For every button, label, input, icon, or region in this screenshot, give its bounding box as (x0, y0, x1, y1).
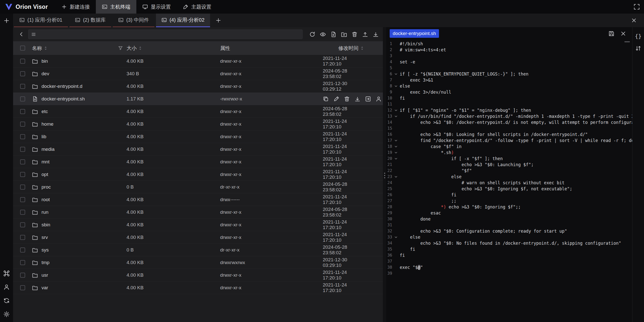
file-row[interactable]: root4.00 KBdrwx------2021-11-24 17:20:10 (13, 193, 383, 206)
file-name[interactable]: srv (42, 235, 48, 240)
file-name[interactable]: tmp (42, 260, 50, 265)
nav-item-2[interactable]: 主机终端 (96, 0, 136, 14)
settings-button[interactable] (3, 311, 10, 317)
file-name[interactable]: opt (42, 172, 48, 177)
file-name[interactable]: sys (42, 247, 49, 253)
file-name[interactable]: lib (42, 134, 46, 139)
file-name[interactable]: proc (42, 184, 51, 190)
select-all-checkbox[interactable] (20, 46, 25, 51)
row-checkbox[interactable] (20, 285, 25, 290)
command-button[interactable] (3, 270, 10, 277)
nav-item-4[interactable]: 主题设置 (177, 0, 217, 14)
panel-splitter[interactable] (383, 27, 386, 322)
row-checkbox[interactable] (20, 134, 25, 139)
new-tab-button[interactable] (211, 14, 226, 27)
fold-icon[interactable] (392, 137, 400, 144)
fold-icon[interactable] (392, 107, 400, 113)
sync-button[interactable] (3, 297, 10, 304)
fold-icon[interactable] (392, 144, 400, 150)
column-header-name[interactable]: 名称 (32, 45, 42, 52)
sort-icon[interactable] (361, 46, 364, 50)
file-name[interactable]: etc (42, 109, 48, 114)
file-row[interactable]: sbin4.00 KBdrwxr-xr-x2021-11-24 17:20:10 (13, 219, 383, 231)
row-checkbox[interactable] (20, 109, 25, 114)
file-row[interactable]: docker-entrypoint.d4.00 KBdrwxr-xr-x2021… (13, 80, 383, 93)
column-header-mtime[interactable]: 修改时间 (338, 45, 358, 52)
row-checkbox[interactable] (20, 260, 25, 265)
new-folder-button[interactable] (341, 31, 347, 38)
tab-2[interactable]: (2) 数据库 (69, 14, 111, 27)
row-checkbox[interactable] (20, 172, 25, 177)
row-checkbox[interactable] (20, 222, 25, 227)
row-checkbox[interactable] (20, 59, 25, 64)
file-row[interactable]: srv4.00 KBdrwxr-xr-x2021-11-24 17:20:10 (13, 231, 383, 244)
splitter-grip-icon[interactable] (384, 173, 385, 322)
variables-button[interactable]: {} (635, 33, 641, 40)
tab-1[interactable]: (1) 应用-分析01 (14, 14, 68, 27)
open-file-tag[interactable]: docker-entrypoint.sh (390, 29, 439, 38)
column-header-size[interactable]: 大小 (127, 45, 137, 52)
fold-icon[interactable] (392, 150, 400, 156)
close-editor-button[interactable] (620, 30, 626, 37)
editor-scrollbar-thumb[interactable] (624, 41, 630, 42)
fold-icon[interactable] (392, 156, 400, 162)
delete-button[interactable] (344, 96, 350, 102)
tab-3[interactable]: (3) 中间件 (113, 14, 154, 27)
file-name[interactable]: docker-entrypoint.d (42, 84, 83, 89)
move-button[interactable] (365, 96, 371, 102)
row-checkbox[interactable] (20, 71, 25, 76)
fold-icon[interactable] (392, 71, 400, 77)
file-row[interactable]: opt4.00 KBdrwxr-xr-x2021-11-24 17:20:10 (13, 168, 383, 181)
file-name[interactable]: docker-entrypoint.sh (42, 96, 85, 102)
file-row[interactable]: dev340 Bdrwxr-xr-x2024-05-28 23:58:02 (13, 67, 383, 80)
fold-icon[interactable] (392, 113, 400, 119)
filter-icon[interactable] (118, 46, 123, 51)
copy-button[interactable] (323, 96, 329, 102)
file-row[interactable]: etc4.00 KBdrwxr-xr-x2024-05-28 23:58:02 (13, 105, 383, 118)
file-name[interactable]: root (42, 197, 50, 202)
permission-button[interactable] (376, 96, 382, 102)
row-checkbox[interactable] (20, 147, 25, 152)
parent-directory-button[interactable] (17, 29, 26, 39)
row-checkbox[interactable] (20, 185, 25, 190)
file-row[interactable]: bin4.00 KBdrwxr-xr-x2021-11-24 17:20:10 (13, 55, 383, 67)
upload-button[interactable] (362, 31, 368, 38)
trash-button[interactable] (351, 31, 358, 38)
new-connection-button[interactable] (3, 17, 10, 24)
file-name[interactable]: bin (42, 58, 48, 64)
file-name[interactable]: run (42, 209, 48, 215)
row-checkbox[interactable] (20, 197, 25, 202)
directory-list-icon[interactable] (31, 32, 36, 37)
swap-button[interactable] (635, 45, 641, 52)
row-checkbox[interactable] (20, 247, 25, 253)
file-name[interactable]: sbin (42, 222, 50, 228)
close-all-button[interactable] (624, 14, 644, 27)
new-file-button[interactable] (330, 31, 337, 38)
fold-icon[interactable] (392, 234, 400, 240)
file-name[interactable]: mnt (42, 159, 50, 165)
save-button[interactable] (608, 30, 615, 37)
download-button[interactable] (373, 31, 379, 38)
user-button[interactable] (3, 284, 10, 290)
eye-button[interactable] (320, 31, 326, 38)
download-button[interactable] (354, 96, 360, 102)
file-row[interactable]: usr4.00 KBdrwxr-xr-x2021-11-24 17:20:10 (13, 269, 383, 281)
file-row[interactable]: mnt4.00 KBdrwxr-xr-x2021-11-24 17:20:10 (13, 156, 383, 168)
file-name[interactable]: var (42, 285, 48, 291)
file-row[interactable]: tmp4.00 KBdrwxrwxrwx2021-12-30 03:29:10 (13, 256, 383, 269)
row-checkbox[interactable] (20, 273, 25, 278)
file-name[interactable]: home (42, 121, 54, 127)
file-row[interactable]: home4.00 KBdrwxr-xr-x2021-11-24 17:20:10 (13, 118, 383, 130)
file-row[interactable]: var4.00 KBdrwxr-xr-x2021-11-24 17:20:10 (13, 281, 383, 294)
file-row[interactable]: media4.00 KBdrwxr-xr-x2021-11-24 17:20:1… (13, 143, 383, 156)
row-checkbox[interactable] (20, 122, 25, 127)
path-input[interactable] (38, 31, 300, 37)
fold-icon[interactable] (392, 83, 400, 89)
file-row[interactable]: run4.00 KBdrwxr-xr-x2024-05-28 23:58:02 (13, 206, 383, 219)
file-name[interactable]: usr (42, 272, 48, 278)
fullscreen-button[interactable] (633, 4, 640, 10)
sort-icon[interactable] (139, 46, 142, 50)
sort-icon[interactable] (44, 46, 47, 50)
file-row[interactable]: proc0 Bdr-xr-xr-x2024-05-28 23:58:02 (13, 181, 383, 193)
row-checkbox[interactable] (20, 96, 25, 101)
